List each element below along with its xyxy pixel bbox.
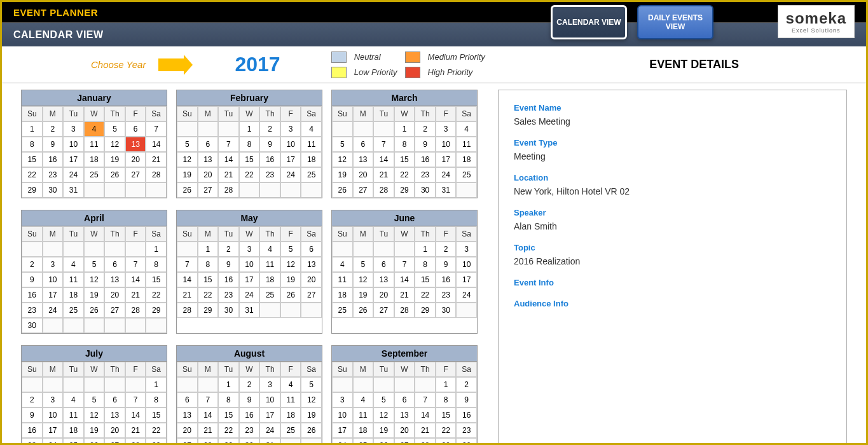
day-cell[interactable]: 22 bbox=[239, 167, 260, 182]
day-cell[interactable]: 19 bbox=[353, 287, 374, 303]
day-cell[interactable]: 6 bbox=[301, 242, 322, 257]
day-cell[interactable]: 2 bbox=[436, 242, 457, 257]
day-cell[interactable]: 21 bbox=[218, 167, 239, 182]
day-cell[interactable]: 9 bbox=[218, 257, 239, 272]
day-cell[interactable]: 11 bbox=[63, 407, 84, 423]
day-cell[interactable]: 27 bbox=[301, 287, 322, 303]
day-cell[interactable]: 18 bbox=[353, 423, 374, 438]
day-cell[interactable]: 28 bbox=[146, 167, 167, 182]
day-cell[interactable]: 28 bbox=[373, 182, 394, 198]
day-cell[interactable]: 11 bbox=[301, 137, 322, 152]
day-cell[interactable]: 27 bbox=[104, 303, 125, 318]
day-cell[interactable]: 16 bbox=[218, 272, 239, 287]
day-cell[interactable]: 15 bbox=[436, 407, 457, 423]
day-cell[interactable]: 10 bbox=[239, 257, 260, 272]
day-cell[interactable]: 14 bbox=[146, 137, 167, 152]
day-cell[interactable]: 1 bbox=[218, 377, 239, 392]
day-cell[interactable]: 26 bbox=[373, 438, 394, 445]
day-cell[interactable]: 6 bbox=[198, 137, 219, 152]
day-cell[interactable]: 14 bbox=[373, 152, 394, 167]
day-cell[interactable]: 21 bbox=[146, 152, 167, 167]
day-cell[interactable]: 9 bbox=[436, 257, 457, 272]
day-cell[interactable]: 25 bbox=[332, 303, 353, 318]
day-cell[interactable]: 19 bbox=[301, 407, 322, 423]
day-cell[interactable]: 25 bbox=[280, 423, 301, 438]
day-cell[interactable]: 8 bbox=[239, 137, 260, 152]
day-cell[interactable]: 20 bbox=[104, 287, 125, 303]
day-cell[interactable]: 23 bbox=[239, 423, 260, 438]
day-cell[interactable]: 5 bbox=[84, 257, 105, 272]
day-cell[interactable]: 10 bbox=[43, 407, 64, 423]
day-cell[interactable]: 25 bbox=[456, 167, 477, 182]
day-cell[interactable]: 6 bbox=[373, 257, 394, 272]
day-cell[interactable]: 8 bbox=[198, 257, 219, 272]
day-cell[interactable]: 14 bbox=[125, 407, 146, 423]
day-cell[interactable]: 5 bbox=[177, 137, 198, 152]
day-cell[interactable]: 3 bbox=[436, 121, 457, 137]
day-cell[interactable]: 14 bbox=[218, 152, 239, 167]
day-cell[interactable]: 8 bbox=[22, 137, 43, 152]
day-cell[interactable]: 5 bbox=[373, 392, 394, 407]
day-cell[interactable]: 18 bbox=[280, 407, 301, 423]
day-cell[interactable]: 25 bbox=[63, 438, 84, 445]
day-cell[interactable]: 11 bbox=[280, 392, 301, 407]
day-cell[interactable]: 6 bbox=[104, 257, 125, 272]
day-cell[interactable]: 22 bbox=[146, 287, 167, 303]
day-cell[interactable]: 20 bbox=[125, 152, 146, 167]
day-cell[interactable]: 9 bbox=[22, 407, 43, 423]
day-cell[interactable]: 5 bbox=[84, 392, 105, 407]
day-cell[interactable]: 20 bbox=[198, 167, 219, 182]
day-cell[interactable]: 5 bbox=[332, 137, 353, 152]
day-cell[interactable]: 10 bbox=[436, 137, 457, 152]
day-cell[interactable]: 1 bbox=[22, 121, 43, 137]
day-cell[interactable]: 9 bbox=[259, 137, 280, 152]
day-cell[interactable]: 12 bbox=[104, 137, 125, 152]
day-cell[interactable]: 18 bbox=[332, 287, 353, 303]
day-cell[interactable]: 12 bbox=[373, 407, 394, 423]
day-cell[interactable]: 19 bbox=[84, 287, 105, 303]
day-cell[interactable]: 23 bbox=[436, 287, 457, 303]
day-cell[interactable]: 23 bbox=[22, 303, 43, 318]
day-cell[interactable]: 15 bbox=[218, 407, 239, 423]
day-cell[interactable]: 13 bbox=[104, 272, 125, 287]
day-cell[interactable]: 24 bbox=[332, 438, 353, 445]
day-cell[interactable]: 10 bbox=[63, 137, 84, 152]
day-cell[interactable]: 7 bbox=[394, 257, 415, 272]
day-cell[interactable]: 13 bbox=[198, 152, 219, 167]
day-cell[interactable]: 17 bbox=[43, 287, 64, 303]
day-cell[interactable]: 1 bbox=[415, 242, 436, 257]
day-cell[interactable]: 27 bbox=[198, 182, 219, 198]
day-cell[interactable]: 13 bbox=[394, 407, 415, 423]
day-cell[interactable]: 13 bbox=[301, 257, 322, 272]
day-cell[interactable]: 4 bbox=[332, 257, 353, 272]
day-cell[interactable]: 5 bbox=[301, 377, 322, 392]
day-cell[interactable]: 21 bbox=[125, 423, 146, 438]
day-cell[interactable]: 18 bbox=[63, 423, 84, 438]
day-cell[interactable]: 4 bbox=[280, 377, 301, 392]
day-cell[interactable]: 2 bbox=[259, 121, 280, 137]
day-cell[interactable]: 22 bbox=[436, 423, 457, 438]
day-cell[interactable]: 12 bbox=[353, 272, 374, 287]
day-cell[interactable]: 7 bbox=[125, 392, 146, 407]
day-cell[interactable]: 17 bbox=[456, 272, 477, 287]
day-cell[interactable]: 18 bbox=[84, 152, 105, 167]
day-cell[interactable]: 9 bbox=[456, 392, 477, 407]
day-cell[interactable]: 7 bbox=[373, 137, 394, 152]
day-cell[interactable]: 16 bbox=[436, 272, 457, 287]
day-cell[interactable]: 3 bbox=[43, 257, 64, 272]
day-cell[interactable]: 10 bbox=[259, 392, 280, 407]
day-cell[interactable]: 21 bbox=[125, 287, 146, 303]
day-cell[interactable]: 3 bbox=[280, 121, 301, 137]
day-cell[interactable]: 23 bbox=[456, 423, 477, 438]
day-cell[interactable]: 12 bbox=[84, 407, 105, 423]
day-cell[interactable]: 26 bbox=[104, 167, 125, 182]
day-cell[interactable]: 8 bbox=[436, 392, 457, 407]
day-cell[interactable]: 22 bbox=[218, 423, 239, 438]
day-cell[interactable]: 26 bbox=[301, 423, 322, 438]
day-cell[interactable]: 22 bbox=[146, 423, 167, 438]
day-cell[interactable]: 9 bbox=[239, 392, 260, 407]
day-cell[interactable]: 28 bbox=[394, 303, 415, 318]
day-cell[interactable]: 8 bbox=[146, 392, 167, 407]
day-cell[interactable]: 3 bbox=[43, 392, 64, 407]
day-cell[interactable]: 29 bbox=[146, 438, 167, 445]
